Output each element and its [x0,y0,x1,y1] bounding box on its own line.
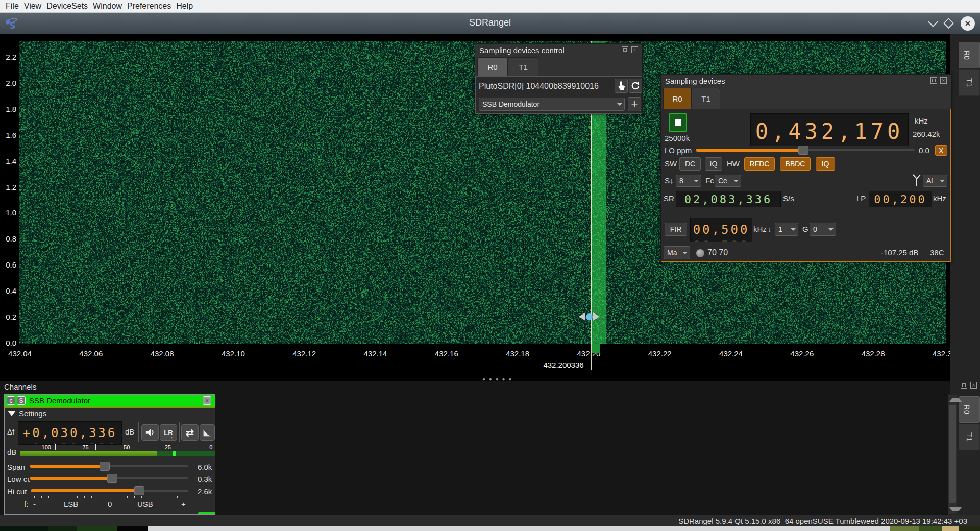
collapse-triangle-icon[interactable] [8,411,16,416]
marker-frequency-label: 432.200336 [543,360,583,369]
filter-shape-button[interactable] [200,424,215,441]
channel-power-label: -107.25 dB [881,248,918,257]
channel-type-select[interactable]: SSB Demodulator [479,98,625,111]
band-minus-label[interactable]: - [33,500,36,509]
menu-window[interactable]: Window [90,2,125,11]
x-tick-label: 432.22 [648,349,672,358]
device-tab-t1-top[interactable]: T1 [959,69,980,96]
x-tick-label: 432.04 [8,349,32,358]
sample-rate-dial[interactable]: 02,083,336 02,083,336 02,083,336 [676,191,781,207]
low-cut-slider[interactable] [30,473,188,484]
fc-position-select[interactable]: Ce [715,175,741,187]
device-tab-r0-bottom[interactable]: R0 [959,396,980,423]
dc-correction-button[interactable]: DC [679,157,701,171]
channel-marker-square[interactable] [591,344,600,353]
band-plus-label[interactable]: + [181,500,186,509]
sampling-devices-control-title[interactable]: Sampling devices control [475,44,642,57]
status-bar: SDRangel 5.9.4 Qt 5.15.0 x86_64 openSUSE… [0,515,980,527]
device-reload-button[interactable] [629,79,642,93]
gain-knob-icon[interactable] [696,249,704,257]
fir-gain-select[interactable]: 0 [810,223,836,236]
marker-dot-icon[interactable] [586,313,593,320]
delta-f-label: Δf [7,427,14,436]
menu-help[interactable]: Help [174,2,195,11]
antenna-icon [912,174,922,187]
bbdc-button[interactable]: BBDC [780,157,811,171]
iq-correction-button[interactable]: IQ [705,157,722,171]
delta-f-dial[interactable]: +0,030,336 +0,030,336 +0,030,336 [18,421,122,445]
control-tab-r0[interactable]: R0 [477,57,508,77]
span-slider[interactable] [30,461,188,471]
float-dock-icon[interactable] [961,382,967,389]
hw-iq-button[interactable]: IQ [816,157,835,171]
marker-left-arrow-icon[interactable] [579,312,585,321]
sampling-devices-title[interactable]: Sampling devices [661,75,951,87]
maximize-icon[interactable] [943,18,954,29]
float-panel-icon[interactable] [622,46,628,53]
close-panel-icon[interactable]: × [940,77,947,84]
fir-bandwidth-value: 00,500 [691,223,752,237]
channel-color-button[interactable]: c [7,396,15,405]
marker-right-arrow-icon[interactable] [593,312,600,321]
close-dock-icon[interactable]: × [970,382,977,389]
hi-cut-slider[interactable] [31,486,188,496]
gain-mode-select[interactable]: Ma [664,246,690,259]
minimize-icon[interactable] [928,17,938,27]
scrollbar-thumb[interactable] [949,405,956,503]
decimation-label: S↓ [665,176,674,185]
scroll-up-icon[interactable] [949,398,962,402]
sampling-tab-t1[interactable]: T1 [692,88,720,109]
temperature-label: 38C [930,248,944,257]
y-tick-label: 1.0 [1,208,16,217]
slider-handle[interactable] [107,474,117,483]
rfdc-button[interactable]: RFDC [744,157,775,171]
y-tick-label: 0.2 [1,312,16,321]
channel-marker-handle[interactable] [579,312,600,321]
low-pass-label: LP [856,194,866,203]
float-panel-icon[interactable] [930,77,937,84]
decimation-select[interactable]: 8 [676,175,701,187]
channel-title-bar[interactable]: c S SSB Demodulator × [5,395,215,408]
sampling-tab-r0[interactable]: R0 [663,88,692,109]
band-usb-label: USB [137,500,153,509]
device-tab-r0-top[interactable]: R0 [959,42,980,68]
span-value: 6.0k [198,463,212,471]
slider-handle[interactable] [798,146,808,155]
device-tab-t1-bottom[interactable]: T1 [959,424,980,450]
audio-channels-button[interactable]: LR→ [160,424,177,441]
sideband-invert-button[interactable]: ⇄ [181,424,199,441]
lo-ppm-reset-button[interactable]: X [935,145,947,156]
lo-ppm-slider[interactable] [696,145,915,155]
add-channel-button[interactable]: + [628,97,641,111]
fir-button[interactable]: FIR [665,223,687,236]
start-stop-button[interactable] [669,113,687,132]
fir-chain-select[interactable]: 1 [775,223,798,236]
settings-section-label: Settings [19,409,46,418]
chevron-down-icon [733,180,739,182]
center-frequency-dial[interactable]: 0,432,170 0,432,170 [750,113,909,146]
desktop-strip [0,526,980,531]
splitter-handle[interactable]: ● ● ● ● ● [482,376,512,382]
control-tab-t1[interactable]: T1 [508,57,538,77]
close-panel-icon[interactable]: × [631,46,638,53]
menu-file[interactable]: File [3,2,21,11]
channel-settings-button[interactable]: S [17,396,26,405]
menu-devicesets[interactable]: DeviceSets [44,2,90,11]
menu-view[interactable]: View [21,2,44,11]
antenna-select[interactable]: Al [923,175,947,187]
audio-mute-button[interactable] [141,424,159,441]
x-tick-label: 432.18 [506,349,529,358]
low-pass-dial[interactable]: 00,200 00,200 00,200 [869,191,932,207]
slider-handle[interactable] [134,486,144,495]
menu-preferences[interactable]: Preferences [125,2,174,11]
device-select-button[interactable] [615,79,628,93]
fir-bandwidth-dial[interactable]: 00,500 00,500 00,500 [690,218,752,242]
chevron-down-icon [694,180,699,182]
channels-scrollbar[interactable] [948,394,957,515]
slider-handle[interactable] [100,462,110,471]
sampling-devices-control-panel: Sampling devices control × R0 T1 PlutoSD… [475,43,643,114]
channel-close-icon[interactable]: × [203,396,211,405]
close-window-icon[interactable]: × [961,16,975,31]
title-bar[interactable]: S SDRangel × [0,13,980,34]
scroll-down-icon[interactable] [949,507,962,511]
